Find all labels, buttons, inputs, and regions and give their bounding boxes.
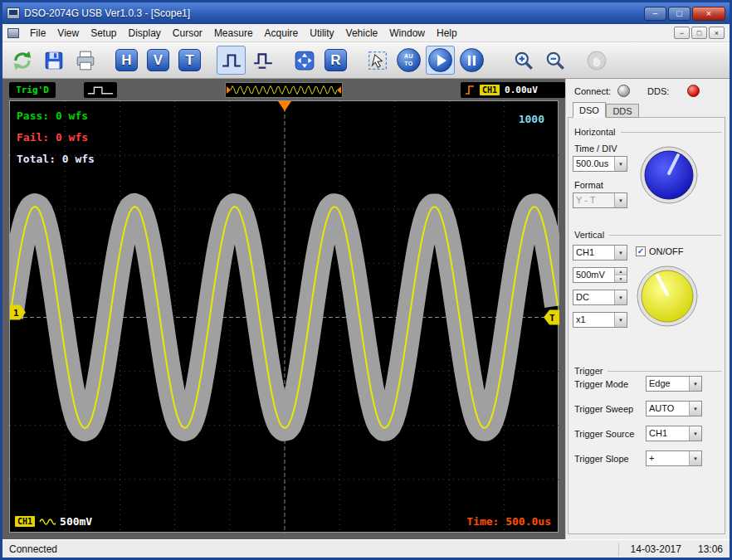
spin-up-icon: ▲ (615, 268, 627, 275)
chevron-down-icon: ▼ (689, 377, 701, 391)
save-icon (43, 50, 65, 71)
square-wave-icon (86, 85, 115, 96)
channel-select[interactable]: CH1 ▼ (573, 245, 627, 261)
close-button[interactable]: × (692, 7, 725, 21)
refresh-icon (12, 50, 33, 71)
mdi-close-button[interactable]: × (709, 27, 725, 39)
vertical-button[interactable]: V (144, 46, 173, 75)
fail-count: Fail: 0 wfs (17, 131, 88, 144)
zoom-out-button[interactable] (540, 46, 569, 75)
mdi-controls: − □ × (674, 27, 726, 39)
start-button[interactable] (426, 46, 455, 75)
check-icon: ✓ (636, 246, 646, 256)
menu-window[interactable]: Window (383, 25, 431, 41)
volts-per-div: 500mV (60, 515, 92, 528)
zoom-in-button[interactable] (509, 46, 538, 75)
pulse-trigger-icon (252, 50, 274, 71)
scope-display[interactable]: 1T Pass: 0 wfs Fail: 0 wfs Total: 0 wfs … (9, 100, 559, 533)
ch1-onoff-checkbox[interactable]: ✓ ON/OFF (636, 246, 684, 256)
channel-scale-readout: CH1 500mV (15, 515, 92, 528)
menu-file[interactable]: File (24, 25, 51, 41)
toolbar: H V T R (2, 42, 730, 79)
chevron-down-icon: ▼ (614, 313, 627, 327)
chevron-down-icon: ▼ (614, 157, 627, 171)
menu-cursor[interactable]: Cursor (167, 25, 208, 41)
preview-waveform-icon (226, 83, 342, 97)
menu-view[interactable]: View (51, 25, 85, 41)
status-date: 14-03-2017 (631, 543, 681, 555)
trigger-sweep-select[interactable]: AUTO ▼ (646, 401, 702, 416)
waveform-plot[interactable]: 1T (10, 101, 559, 533)
pan-button[interactable] (582, 46, 611, 75)
chevron-down-icon: ▼ (614, 246, 627, 260)
ch1-badge: CH1 (15, 516, 35, 527)
trigger-status-badge: Trig'D (9, 82, 56, 98)
chevron-down-icon: ▼ (614, 193, 627, 207)
mdi-restore-button[interactable]: □ (691, 27, 707, 39)
mdi-minimize-button[interactable]: − (674, 27, 690, 39)
trigger-slope-label: Trigger Slope (574, 454, 629, 464)
horizontal-button[interactable]: H (112, 46, 141, 75)
time-per-div-readout: Time: 500.0us (466, 515, 551, 528)
cursor-icon (367, 50, 388, 71)
dds-label: DDS: (647, 86, 669, 96)
print-icon (75, 50, 96, 71)
volt-div-stepper[interactable]: 500mV ▲▼ (573, 267, 627, 283)
pass-count: Pass: 0 wfs (17, 110, 88, 122)
refresh-button[interactable] (7, 46, 37, 75)
trigger-slope-select[interactable]: + ▼ (646, 450, 702, 466)
chevron-down-icon: ▼ (689, 426, 701, 441)
fit-screen-button[interactable] (290, 46, 319, 75)
print-button[interactable] (71, 46, 100, 75)
trigger-mode-label: Trigger Mode (574, 379, 628, 389)
stop-button[interactable] (457, 46, 486, 75)
trigger-button[interactable]: T (175, 46, 204, 75)
r-icon: R (325, 49, 347, 71)
waveform-preview[interactable] (225, 82, 343, 98)
trigger-source-select[interactable]: CH1 ▼ (646, 426, 702, 441)
minimize-button[interactable]: − (644, 7, 666, 21)
time-div-select[interactable]: 500.0us ▼ (573, 156, 627, 172)
edge-trigger-button[interactable] (217, 46, 246, 75)
menu-measure[interactable]: Measure (208, 25, 259, 41)
connect-label: Connect: (574, 86, 611, 96)
sine-icon (39, 518, 56, 526)
cursor-button[interactable] (363, 46, 392, 75)
save-button[interactable] (39, 46, 68, 75)
spin-down-icon: ▼ (615, 275, 627, 282)
probe-select[interactable]: x1 ▼ (573, 312, 627, 328)
trigger-mode-select[interactable]: Edge ▼ (646, 376, 702, 392)
coupling-select[interactable]: DC ▼ (573, 290, 627, 305)
trigger-readout: CH1 0.00uV (461, 82, 565, 98)
pulse-trigger-button[interactable] (248, 46, 277, 75)
menu-acquire[interactable]: Acquire (259, 25, 305, 41)
maximize-button[interactable]: □ (668, 7, 691, 21)
vertical-knob[interactable] (636, 265, 699, 328)
rising-edge-icon (465, 84, 475, 96)
horizontal-knob[interactable] (639, 145, 699, 205)
menu-display[interactable]: Display (123, 25, 167, 41)
chevron-down-icon: ▼ (689, 402, 701, 416)
vertical-group-header: Vertical (574, 230, 721, 240)
tab-dso[interactable]: DSO (573, 102, 606, 118)
trigger-source-label: Trigger Source (574, 429, 634, 439)
control-panel: Connect: DDS: DSO DDS Horizontal Time / … (565, 79, 730, 539)
menu-utility[interactable]: Utility (304, 25, 339, 41)
record-button[interactable]: R (321, 46, 350, 75)
memory-depth: 1000 (519, 113, 544, 125)
connection-status: Connected (9, 543, 57, 555)
chevron-down-icon: ▼ (689, 451, 701, 465)
trigger-level-value: 0.00uV (505, 85, 538, 95)
menu-help[interactable]: Help (431, 25, 463, 41)
time-div-label: Time / DIV (574, 144, 617, 153)
edge-trigger-icon (221, 50, 242, 71)
pause-icon (460, 48, 484, 72)
window-title: DSO-2074G USB Ver1.0.3 - [Scope1] (24, 7, 642, 19)
statusbar: Connected 14-03-2017 13:06 (2, 539, 730, 558)
autoset-button[interactable]: AUTO (394, 46, 423, 75)
tab-dds[interactable]: DDS (606, 104, 639, 118)
h-icon: H (115, 49, 138, 71)
menu-setup[interactable]: Setup (85, 25, 122, 41)
menu-vehicle[interactable]: Vehicle (340, 25, 384, 41)
zoom-out-icon (544, 50, 566, 71)
